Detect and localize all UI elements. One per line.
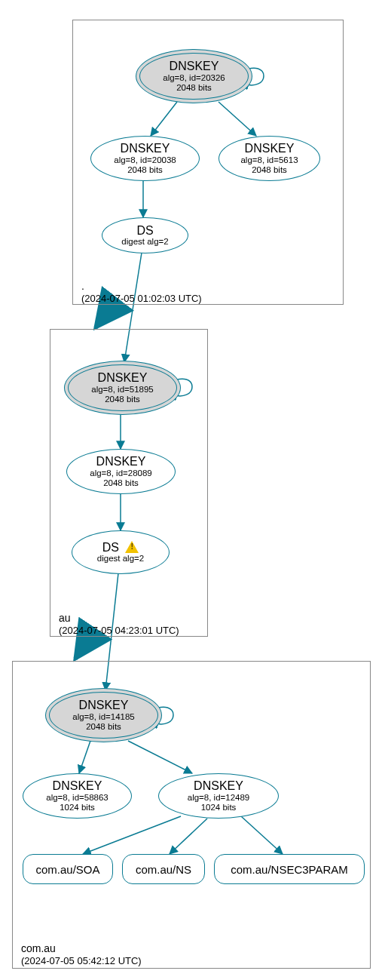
node-au-ksk: DNSKEY alg=8, id=51895 2048 bits xyxy=(64,361,181,415)
node-au-ds-title-text: DS xyxy=(102,541,119,554)
node-root-ds: DS digest alg=2 xyxy=(102,217,188,253)
node-root-zsk2-title: DNSKEY xyxy=(245,142,295,155)
node-root-zsk2-sub1: alg=8, id=5613 xyxy=(240,155,298,165)
warning-icon xyxy=(125,541,139,553)
zone-au-timestamp: (2024-07-05 04:23:01 UTC) xyxy=(59,625,179,637)
node-rr-nsec3param: com.au/NSEC3PARAM xyxy=(214,854,365,884)
node-root-ds-sub1: digest alg=2 xyxy=(121,237,168,247)
node-root-ksk-sub1: alg=8, id=20326 xyxy=(163,73,225,83)
zone-comau-name: com.au xyxy=(21,942,142,955)
node-au-ksk-sub2: 2048 bits xyxy=(105,395,140,404)
node-au-ksk-sub1: alg=8, id=51895 xyxy=(91,385,154,395)
node-au-zsk-title: DNSKEY xyxy=(96,455,146,468)
node-comau-zsk1-sub1: alg=8, id=58863 xyxy=(46,793,108,803)
zone-root-label: . (2024-07-05 01:02:03 UTC) xyxy=(81,279,202,306)
node-comau-zsk-58863: DNSKEY alg=8, id=58863 1024 bits xyxy=(23,773,132,819)
node-root-zsk1-sub2: 2048 bits xyxy=(127,165,163,175)
node-rr-ns-label: com.au/NS xyxy=(136,863,191,876)
zone-au-label: au (2024-07-05 04:23:01 UTC) xyxy=(59,611,179,637)
zone-root-name: . xyxy=(81,279,202,293)
node-comau-zsk1-title: DNSKEY xyxy=(53,779,102,793)
node-rr-soa: com.au/SOA xyxy=(23,854,113,884)
node-comau-ksk-title: DNSKEY xyxy=(79,699,129,712)
node-comau-ksk-sub2: 2048 bits xyxy=(86,722,121,732)
dnssec-diagram: . (2024-07-05 01:02:03 UTC) DNSKEY alg=8… xyxy=(0,0,382,980)
node-rr-soa-label: com.au/SOA xyxy=(35,863,99,876)
node-au-zsk-sub2: 2048 bits xyxy=(103,478,139,488)
zone-comau-timestamp: (2024-07-05 05:42:12 UTC) xyxy=(21,955,142,968)
node-au-ds: DS digest alg=2 xyxy=(72,530,170,574)
node-root-zsk2-sub2: 2048 bits xyxy=(252,165,287,175)
node-root-ksk: DNSKEY alg=8, id=20326 2048 bits xyxy=(136,49,252,103)
edge-zone-au-to-comau xyxy=(75,636,90,659)
node-comau-zsk2-sub1: alg=8, id=12489 xyxy=(188,793,250,803)
zone-comau-label: com.au (2024-07-05 05:42:12 UTC) xyxy=(21,942,142,968)
node-au-ksk-title: DNSKEY xyxy=(98,371,148,385)
node-root-zsk-5613: DNSKEY alg=8, id=5613 2048 bits xyxy=(219,136,320,181)
node-comau-zsk2-sub2: 1024 bits xyxy=(201,803,237,813)
zone-au-name: au xyxy=(59,611,179,625)
node-root-ds-title: DS xyxy=(136,224,153,238)
node-comau-zsk2-title: DNSKEY xyxy=(194,779,243,793)
node-comau-zsk-12489: DNSKEY alg=8, id=12489 1024 bits xyxy=(158,773,279,819)
node-rr-ns: com.au/NS xyxy=(122,854,205,884)
node-rr-n3p-label: com.au/NSEC3PARAM xyxy=(231,863,348,876)
node-comau-ksk-sub1: alg=8, id=14185 xyxy=(72,712,135,722)
node-comau-ksk: DNSKEY alg=8, id=14185 2048 bits xyxy=(45,688,162,742)
node-root-zsk-20038: DNSKEY alg=8, id=20038 2048 bits xyxy=(90,136,200,181)
node-root-zsk1-sub1: alg=8, id=20038 xyxy=(114,155,176,165)
node-comau-zsk1-sub2: 1024 bits xyxy=(60,803,95,813)
node-root-ksk-title: DNSKEY xyxy=(170,60,219,73)
node-root-zsk1-title: DNSKEY xyxy=(121,142,170,155)
zone-root-timestamp: (2024-07-05 01:02:03 UTC) xyxy=(81,293,202,306)
node-root-ksk-sub2: 2048 bits xyxy=(176,83,212,93)
node-au-zsk-sub1: alg=8, id=28089 xyxy=(90,468,152,478)
edge-zone-root-to-au xyxy=(96,305,113,327)
node-au-ds-sub1: digest alg=2 xyxy=(97,554,144,564)
node-au-ds-title: DS xyxy=(102,541,139,555)
node-au-zsk: DNSKEY alg=8, id=28089 2048 bits xyxy=(66,449,176,494)
